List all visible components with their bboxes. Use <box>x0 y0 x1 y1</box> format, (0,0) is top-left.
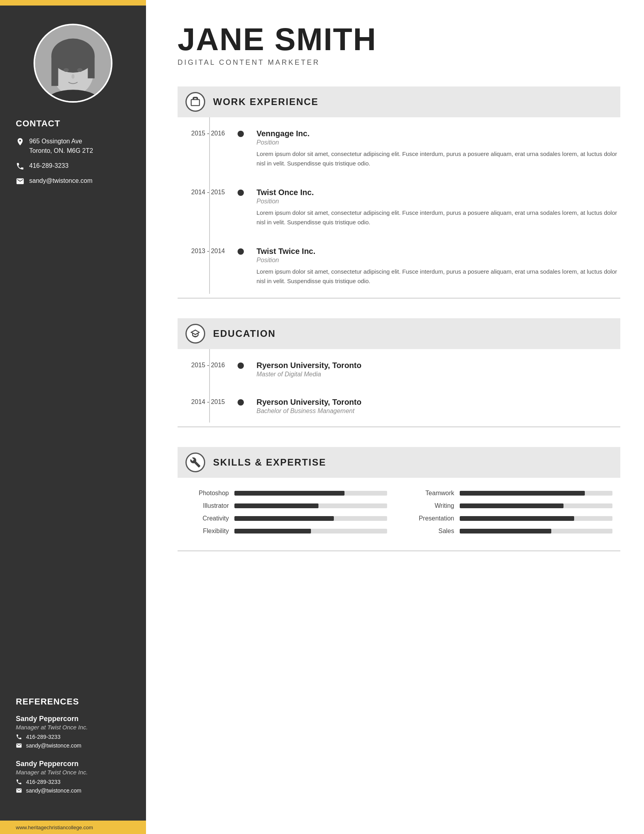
reference-item-1: Sandy Peppercorn Manager at Twist Once I… <box>16 715 130 749</box>
person-role: DIGITAL CONTENT MARKETER <box>178 58 620 67</box>
contact-address: 965 Ossington Ave Toronto, ON. M6G 2T2 <box>16 137 130 156</box>
edu-item-2-dates: 2014 - 2015 <box>178 398 225 415</box>
skill-bar-fill-photoshop <box>234 491 344 496</box>
avatar <box>34 24 112 103</box>
work-item-2-content: Twist Once Inc. Position Lorem ipsum dol… <box>256 188 620 227</box>
skill-bar-fill-writing <box>460 503 564 508</box>
reference-1-name: Sandy Peppercorn <box>16 715 130 723</box>
sidebar: CONTACT 965 Ossington Ave Toronto, ON. M… <box>0 0 146 834</box>
top-bar-accent <box>0 0 146 6</box>
skill-label-presentation: Presentation <box>411 515 454 522</box>
skills-section: SKILLS & EXPERTISE Photoshop Teamwork Il… <box>178 447 620 551</box>
contact-phone: 416-289-3233 <box>16 161 130 171</box>
skill-bar-bg-flexibility <box>234 529 387 533</box>
work-item-1-description: Lorem ipsum dolor sit amet, consectetur … <box>256 149 620 168</box>
work-item-2-company: Twist Once Inc. <box>256 188 620 197</box>
skill-bar-fill-sales <box>460 529 551 533</box>
reference-1-email-row: sandy@twistonce.com <box>16 742 130 749</box>
svg-point-9 <box>71 74 75 79</box>
skill-label-photoshop: Photoshop <box>185 490 229 497</box>
website-text: www.heritagechristiancollege.com <box>16 825 93 830</box>
edu-item-2-institution: Ryerson University, Toronto <box>256 398 620 407</box>
skill-label-sales: Sales <box>411 528 454 535</box>
contact-phone-text: 416-289-3233 <box>29 161 69 171</box>
skill-bar-fill-illustrator <box>234 503 318 508</box>
work-experience-title: WORK EXPERIENCE <box>213 96 318 107</box>
contact-section: CONTACT 965 Ossington Ave Toronto, ON. M… <box>0 118 146 191</box>
contact-email-text: sandy@twistonce.com <box>29 176 92 186</box>
email-icon-ref1 <box>16 742 22 749</box>
work-item-3: 2013 - 2014 Twist Twice Inc. Position Lo… <box>178 235 620 294</box>
work-item-1-content: Venngage Inc. Position Lorem ipsum dolor… <box>256 129 620 168</box>
person-name: JANE SMITH <box>178 24 620 55</box>
skills-grid: Photoshop Teamwork Illustrator Writing <box>178 478 620 547</box>
work-item-2-description: Lorem ipsum dolor sit amet, consectetur … <box>256 208 620 227</box>
work-experience-icon-circle <box>185 92 205 112</box>
skill-bar-fill-flexibility <box>234 529 311 533</box>
work-experience-section: WORK EXPERIENCE 2015 - 2016 Venngage Inc… <box>178 86 620 299</box>
work-item-1-company: Venngage Inc. <box>256 129 620 138</box>
work-item-3-position: Position <box>256 257 620 264</box>
phone-icon-ref1 <box>16 734 22 740</box>
work-item-1-dot-wrapper <box>237 129 245 168</box>
skill-row-photoshop: Photoshop <box>185 490 387 497</box>
svg-rect-6 <box>88 56 94 79</box>
work-item-3-dates: 2013 - 2014 <box>178 247 225 286</box>
skills-icon-circle <box>185 453 205 472</box>
edu-item-2-dot <box>238 399 244 406</box>
work-item-2-dot-wrapper <box>237 188 245 227</box>
education-header: EDUCATION <box>178 318 620 349</box>
reference-2-title: Manager at Twist Once Inc. <box>16 769 130 776</box>
skill-bar-fill-teamwork <box>460 491 585 496</box>
phone-icon <box>16 162 24 171</box>
resume-container: CONTACT 965 Ossington Ave Toronto, ON. M… <box>0 0 644 834</box>
skill-row-teamwork: Teamwork <box>411 490 612 497</box>
reference-1-email: sandy@twistonce.com <box>26 742 81 749</box>
work-experience-timeline: 2015 - 2016 Venngage Inc. Position Lorem… <box>178 117 620 294</box>
skill-bar-bg-creativity <box>234 516 387 521</box>
main-content: JANE SMITH DIGITAL CONTENT MARKETER WORK… <box>146 0 644 834</box>
reference-2-email: sandy@twistonce.com <box>26 787 81 794</box>
svg-point-8 <box>77 68 82 72</box>
work-item-2-dates: 2014 - 2015 <box>178 188 225 227</box>
skill-label-teamwork: Teamwork <box>411 490 454 497</box>
work-item-1-position: Position <box>256 139 620 146</box>
work-item-3-content: Twist Twice Inc. Position Lorem ipsum do… <box>256 247 620 286</box>
skill-row-creativity: Creativity <box>185 515 387 522</box>
references-title: REFERENCES <box>16 697 130 707</box>
skills-bottom-line <box>178 550 620 551</box>
education-bottom-line <box>178 426 620 427</box>
edu-item-2: 2014 - 2015 Ryerson University, Toronto … <box>178 386 620 423</box>
reference-1-phone: 416-289-3233 <box>26 734 60 740</box>
website-bar: www.heritagechristiancollege.com <box>0 821 146 834</box>
skill-bar-fill-presentation <box>460 516 574 521</box>
work-experience-header: WORK EXPERIENCE <box>178 86 620 117</box>
skill-bar-bg-photoshop <box>234 491 387 496</box>
skill-row-flexibility: Flexibility <box>185 528 387 535</box>
reference-1-phone-row: 416-289-3233 <box>16 734 130 740</box>
work-item-1: 2015 - 2016 Venngage Inc. Position Lorem… <box>178 117 620 176</box>
work-item-3-dot <box>238 248 244 255</box>
edu-item-2-degree: Bachelor of Business Management <box>256 408 620 415</box>
education-timeline: 2015 - 2016 Ryerson University, Toronto … <box>178 349 620 423</box>
edu-item-1-content: Ryerson University, Toronto Master of Di… <box>256 361 620 378</box>
skill-bar-fill-creativity <box>234 516 334 521</box>
work-item-3-description: Lorem ipsum dolor sit amet, consectetur … <box>256 267 620 286</box>
work-experience-bottom-line <box>178 298 620 299</box>
work-item-2-dot <box>238 190 244 196</box>
skill-row-illustrator: Illustrator <box>185 502 387 509</box>
work-item-2: 2014 - 2015 Twist Once Inc. Position Lor… <box>178 176 620 235</box>
skills-header: SKILLS & EXPERTISE <box>178 447 620 478</box>
email-icon-ref2 <box>16 787 22 794</box>
skill-row-writing: Writing <box>411 502 612 509</box>
location-icon <box>16 137 24 146</box>
edu-item-1-dot-wrapper <box>237 361 245 378</box>
edu-item-1-degree: Master of Digital Media <box>256 371 620 378</box>
svg-rect-5 <box>51 56 58 86</box>
skill-label-writing: Writing <box>411 502 454 509</box>
contact-title: CONTACT <box>16 118 130 129</box>
reference-2-email-row: sandy@twistonce.com <box>16 787 130 794</box>
edu-item-1-dot <box>238 363 244 369</box>
tools-icon <box>190 457 201 468</box>
skill-row-sales: Sales <box>411 528 612 535</box>
